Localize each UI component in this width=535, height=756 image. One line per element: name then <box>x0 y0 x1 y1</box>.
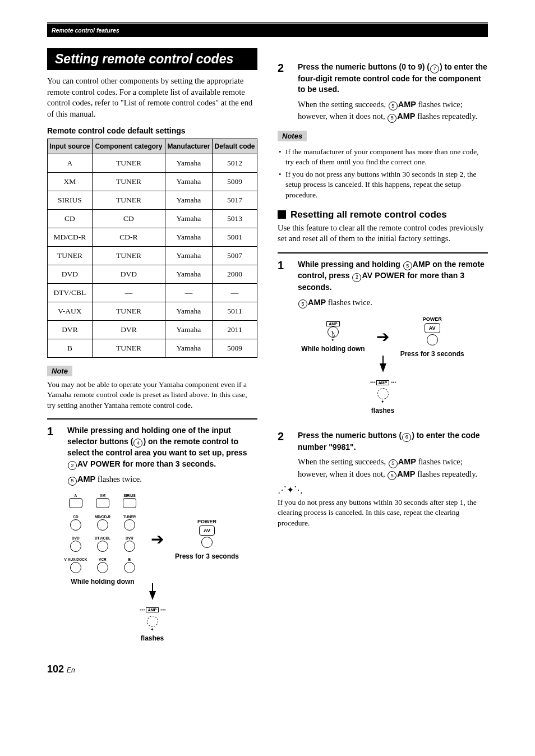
amp-flash-figure: ┄ AMP ┄ ✦ flashes <box>278 375 488 414</box>
amp-label: AMP <box>398 100 416 109</box>
amp-button-icon <box>377 388 389 399</box>
amp-button-flash: ┄ AMP ┄ <box>140 606 165 615</box>
table-row: MD/CD-RCD-RYamaha5001 <box>48 228 257 247</box>
amp-flash-figure: ┄ AMP ┄ ✦ flashes <box>47 602 257 642</box>
text: Press the numeric buttons (0 to 9) ( <box>298 62 430 71</box>
amp-button-icon <box>147 616 158 627</box>
amp-button-icon <box>328 326 339 338</box>
table-row: ATUNERYamaha5012 <box>48 154 257 173</box>
remote-button: V-AUX/DOCK <box>66 557 86 575</box>
ref-icon-5: 5 <box>298 299 307 308</box>
step-2: 2 Press the numeric buttons (0 to 9) (7)… <box>278 56 488 123</box>
round-button-icon <box>97 562 108 573</box>
table-cell: TUNER <box>92 173 165 191</box>
av-button: AV <box>199 525 215 536</box>
section-title: Setting remote control codes <box>47 48 257 70</box>
flash-dots-icon: ┄ <box>370 378 375 387</box>
table-cell: TUNER <box>92 302 165 321</box>
page-number: 102 En <box>47 663 75 675</box>
table-cell: TUNER <box>92 154 165 173</box>
finger-icon <box>331 330 339 338</box>
amp-mini-label: AMP <box>326 321 340 326</box>
round-button-icon <box>124 519 135 531</box>
rect-button-icon <box>96 498 109 508</box>
table-cell: DVD <box>48 265 93 284</box>
subsection-title: Resetting all remote control codes <box>290 209 447 220</box>
table-row: DVDDVDYamaha2000 <box>48 265 257 284</box>
table-cell: Yamaha <box>165 321 212 339</box>
ref-icon-5: 5 <box>388 471 396 480</box>
text: flashes twice. <box>326 298 372 307</box>
ref-icon-2: 2 <box>352 273 361 282</box>
tip-text: If you do not press any buttons within 3… <box>278 497 488 528</box>
power-button-icon <box>427 334 438 345</box>
remote-button: DTV/CBL <box>93 536 113 554</box>
table-cell: MD/CD-R <box>48 228 93 247</box>
table-row: CDCDYamaha5013 <box>48 210 257 228</box>
remote-button-label: XM <box>100 494 105 497</box>
amp-label: AMP <box>308 298 326 307</box>
table-cell: 5007 <box>212 247 257 265</box>
table-cell: TUNER <box>92 339 165 358</box>
note-text: You may not be able to operate your Yama… <box>47 380 257 411</box>
table-cell: 2011 <box>212 321 257 339</box>
ref-icon-5: 5 <box>403 261 412 270</box>
remote-button-label: DVD <box>72 536 80 540</box>
figure-caption-left: While holding down <box>301 345 365 353</box>
remote-button: XM <box>93 494 113 511</box>
round-button-icon <box>70 562 81 573</box>
step-aftertext: 5AMP flashes twice. <box>298 297 488 309</box>
text: While pressing and holding <box>298 260 403 269</box>
remote-button-label: SIRIUS <box>123 494 136 497</box>
table-cell: — <box>165 284 212 302</box>
table-cell: CD <box>48 210 93 228</box>
subsection-text: Use this feature to clear all the remote… <box>278 223 488 245</box>
table-cell: Yamaha <box>165 339 212 358</box>
breadcrumb-bar: Remote control features <box>47 24 488 37</box>
step-body: While pressing and holding 5AMP on the r… <box>298 259 488 308</box>
table-row: SIRIUSTUNERYamaha5017 <box>48 191 257 210</box>
table-cell: Yamaha <box>165 191 212 210</box>
table-header-row: Input source Component category Manufact… <box>48 139 257 154</box>
arrow-down-icon <box>149 591 156 600</box>
remote-button-label: DVR <box>126 536 133 540</box>
step-aftertext: 5AMP flashes twice. <box>67 473 257 486</box>
text: flashes twice. <box>95 474 142 483</box>
power-label: POWER <box>423 316 442 322</box>
remote-button-label: A <box>75 494 77 497</box>
ref-icon-5: 5 <box>389 102 398 110</box>
sparkle-icon: ✦ <box>331 338 335 343</box>
text: When the setting succeeds, <box>298 100 388 109</box>
ref-icon-5: 5 <box>388 114 396 123</box>
remote-button-label: V-AUX/DOCK <box>64 557 87 561</box>
power-block: POWER AV Press for 3 seconds <box>175 519 239 560</box>
table-title: Remote control code default settings <box>47 126 257 135</box>
text: When the setting succeeds, <box>298 457 388 466</box>
table-cell: DVR <box>92 321 165 339</box>
remote-button-label: TUNER <box>123 515 136 519</box>
ref-icon-4: 4 <box>133 439 142 448</box>
table-cell: A <box>48 154 93 173</box>
columns: Setting remote control codes You can con… <box>47 48 488 652</box>
table-cell: SIRIUS <box>48 191 93 210</box>
note-label: Note <box>47 366 72 376</box>
figure-reset: AMP ✦ While holding down ➔ POWER AV Pres… <box>278 316 488 414</box>
table-cell: TUNER <box>48 247 93 265</box>
table-cell: Yamaha <box>165 154 212 173</box>
round-button-icon <box>97 519 108 531</box>
left-column: Setting remote control codes You can con… <box>47 48 257 652</box>
step-body: Press the numeric buttons (6) to enter t… <box>298 430 488 480</box>
tip-icon: ⋰✦⋱ <box>278 485 303 495</box>
flash-dots-icon: ┄ <box>160 606 165 615</box>
table-cell: DTV/CBL <box>48 284 93 302</box>
step-aftertext: When the setting succeeds, 5AMP flashes … <box>298 456 488 480</box>
text: Press the numeric buttons ( <box>298 431 402 440</box>
amp-label: AMP <box>397 469 415 478</box>
table-row: DTV/CBL——— <box>48 284 257 302</box>
arrow-down-icon <box>380 363 386 372</box>
remote-button-label: MD/CD-R <box>95 515 110 519</box>
table-cell: 5013 <box>212 210 257 228</box>
step-number: 2 <box>278 62 298 123</box>
step-number: 1 <box>47 425 67 486</box>
step-body: Press the numeric buttons (0 to 9) (7) t… <box>298 62 488 123</box>
